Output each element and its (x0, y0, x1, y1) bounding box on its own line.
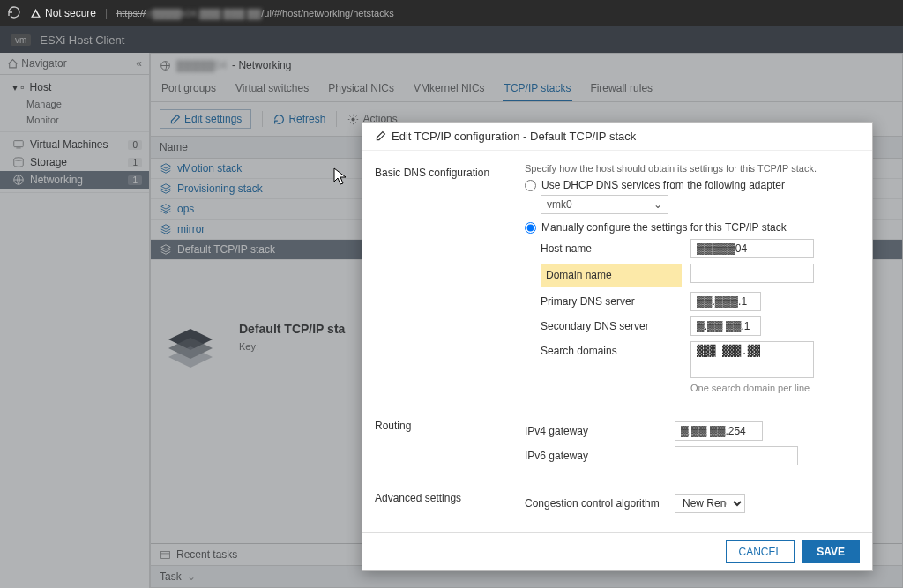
congestion-select[interactable]: New Reno (675, 494, 745, 513)
reload-icon[interactable] (7, 5, 21, 22)
edit-tcpip-modal: Edit TCP/IP configuration - Default TCP/… (362, 122, 873, 571)
secondary-dns-label: Secondary DNS server (541, 316, 682, 332)
hostname-input[interactable] (690, 239, 814, 258)
modal-footer: CANCEL SAVE (362, 532, 872, 570)
modal-title: Edit TCP/IP configuration - Default TCP/… (362, 123, 872, 151)
search-domains-label: Search domains (541, 341, 682, 357)
url-bar[interactable]: https://cl▓▓▓▓k04.▓▓▓ ▓▓▓ ▓▓/ui/#/host/n… (116, 8, 394, 19)
advanced-section-label: Advanced settings (375, 488, 525, 518)
routing-section-label: Routing (375, 416, 525, 471)
save-button[interactable]: SAVE (802, 540, 860, 563)
radio-manual-label: Manually configure the settings for this… (541, 221, 787, 234)
radio-dhcp-label: Use DHCP DNS services from the following… (541, 179, 785, 191)
congestion-label: Congestion control algorithm (525, 494, 666, 510)
primary-dns-label: Primary DNS server (541, 292, 682, 308)
domain-input[interactable] (690, 264, 814, 283)
primary-dns-input[interactable] (690, 292, 761, 311)
cancel-button[interactable]: CANCEL (726, 540, 795, 563)
not-secure-badge: Not secure (30, 7, 96, 19)
domain-label: Domain name (541, 264, 682, 287)
chevron-down-icon: ⌄ (653, 198, 662, 211)
radio-dhcp[interactable] (525, 180, 536, 191)
ipv6-gateway-input[interactable] (675, 446, 798, 465)
ipv4-gateway-label: IPv4 gateway (525, 421, 666, 437)
adapter-select[interactable]: vmk0 ⌄ (541, 195, 668, 214)
ipv4-gateway-input[interactable] (675, 421, 763, 441)
search-domains-input[interactable]: ▓▓▓ ▓▓▓.▓▓ (690, 341, 814, 378)
hostname-label: Host name (541, 239, 682, 255)
browser-bar: Not secure | https://cl▓▓▓▓k04.▓▓▓ ▓▓▓ ▓… (0, 0, 903, 26)
dns-section-label: Basic DNS configuration (375, 163, 525, 398)
dns-hint: Specify how the host should obtain its s… (525, 163, 860, 174)
ipv6-gateway-label: IPv6 gateway (525, 446, 666, 462)
radio-manual[interactable] (525, 222, 536, 234)
secondary-dns-input[interactable] (690, 316, 761, 336)
modal-body: Basic DNS configuration Specify how the … (362, 151, 872, 532)
search-domains-hint: One search domain per line (690, 383, 814, 393)
